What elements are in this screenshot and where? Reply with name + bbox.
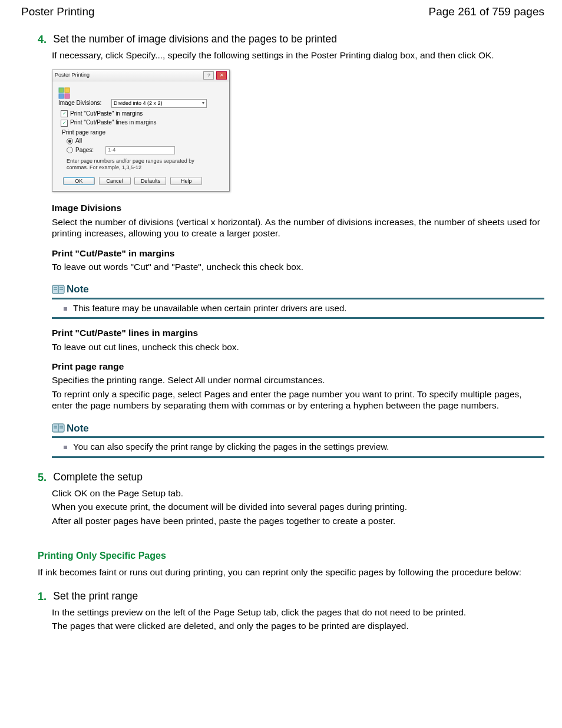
s2step1-title: Set the print range <box>53 590 138 602</box>
step5-number: 5. <box>38 471 51 485</box>
help-button[interactable]: Help <box>170 177 202 185</box>
help-window-icon[interactable]: ? <box>203 71 214 80</box>
cutpaste-checkbox[interactable]: ✓ Print "Cut/Paste" in margins <box>61 110 207 118</box>
radio-pages-label: Pages: <box>75 147 94 154</box>
note1-heading: Note <box>67 283 89 295</box>
step5-b1: Click OK on the Page Setup tab. <box>52 487 544 499</box>
radio-pages[interactable]: Pages: 1-4 <box>67 146 207 154</box>
bullet-icon <box>64 446 67 449</box>
range-body2: To reprint only a specific page, select … <box>52 388 544 411</box>
checkbox-checked-icon: ✓ <box>61 110 68 117</box>
radio-selected-icon <box>67 138 73 144</box>
dialog-title: Poster Printing <box>55 72 90 78</box>
note-icon <box>52 423 65 433</box>
s2step1-b2: The pages that were clicked are deleted,… <box>52 620 544 631</box>
close-icon[interactable]: ✕ <box>216 71 227 80</box>
note-box-1: Note This feature may be unavailable whe… <box>52 283 544 319</box>
pages-input[interactable]: 1-4 <box>105 146 175 154</box>
note-icon <box>52 284 65 295</box>
note1-text: This feature may be unavailable when cer… <box>73 303 346 314</box>
image-divisions-heading: Image Divisions <box>52 202 544 213</box>
image-divisions-label: Image Divisions: <box>58 100 111 107</box>
range-body1: Specifies the printing range. Select All… <box>52 374 544 386</box>
poster-icon <box>58 87 70 99</box>
step4-intro: If necessary, click Specify..., specify … <box>52 50 544 61</box>
note2-heading: Note <box>67 422 89 434</box>
page-title-left: Poster Printing <box>21 5 95 19</box>
svg-rect-3 <box>65 94 70 98</box>
checkbox-checked-icon: ✓ <box>61 120 68 127</box>
cutpaste-checkbox-label: Print "Cut/Paste" in margins <box>70 110 143 118</box>
cutpaste-body: To leave out words "Cut" and "Paste", un… <box>52 261 544 272</box>
lines-body: To leave out cut lines, uncheck this che… <box>52 341 544 353</box>
cutpaste-lines-checkbox-label: Print "Cut/Paste" lines in margins <box>70 119 157 127</box>
range-heading: Print page range <box>52 361 544 372</box>
radio-all-label: All <box>75 137 82 145</box>
bullet-icon <box>64 307 67 311</box>
step5-b3: After all poster pages have been printed… <box>52 515 544 526</box>
cancel-button[interactable]: Cancel <box>99 177 131 185</box>
pages-hint: Enter page numbers and/or page ranges se… <box>67 158 207 172</box>
note2-text: You can also specify the print range by … <box>73 442 389 453</box>
page-indicator: Page 261 of 759 pages <box>428 5 544 19</box>
image-divisions-select[interactable]: Divided into 4 (2 x 2) ▾ <box>111 99 207 108</box>
step5-title: Complete the setup <box>53 471 143 483</box>
lines-heading: Print "Cut/Paste" lines in margins <box>52 327 544 338</box>
ok-button[interactable]: OK <box>63 177 95 185</box>
cutpaste-heading: Print "Cut/Paste" in margins <box>52 248 544 259</box>
cutpaste-lines-checkbox[interactable]: ✓ Print "Cut/Paste" lines in margins <box>61 119 207 127</box>
svg-rect-1 <box>65 88 70 93</box>
step5-b2: When you execute print, the document wil… <box>52 501 544 512</box>
image-divisions-value: Divided into 4 (2 x 2) <box>114 100 163 107</box>
svg-rect-0 <box>59 88 64 93</box>
step4-number: 4. <box>38 33 51 47</box>
chevron-down-icon: ▾ <box>202 100 204 106</box>
image-divisions-body: Select the number of divisions (vertical… <box>52 216 544 239</box>
window-buttons: ? ✕ <box>203 71 227 80</box>
step4-title: Set the number of image divisions and th… <box>53 33 337 45</box>
defaults-button[interactable]: Defaults <box>134 177 166 185</box>
radio-all[interactable]: All <box>67 137 207 145</box>
svg-rect-2 <box>59 94 64 98</box>
section-specific-pages-heading: Printing Only Specific Pages <box>38 550 544 562</box>
s2step1-number: 1. <box>38 590 51 604</box>
poster-printing-dialog: Poster Printing ? ✕ <box>52 70 230 192</box>
print-range-group-label: Print page range <box>62 129 207 137</box>
s2step1-b1: In the settings preview on the left of t… <box>52 607 544 618</box>
note-box-2: Note You can also specify the print rang… <box>52 422 544 458</box>
section-specific-pages-intro: If ink becomes faint or runs out during … <box>38 566 544 578</box>
radio-icon <box>67 147 73 153</box>
